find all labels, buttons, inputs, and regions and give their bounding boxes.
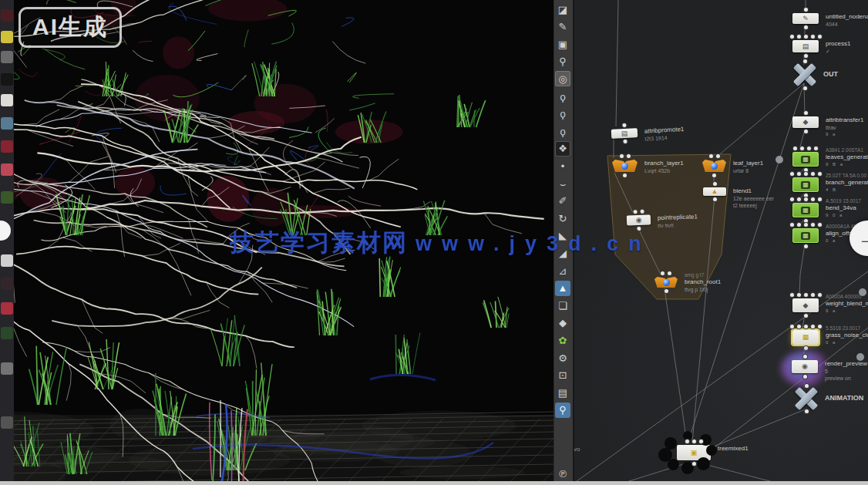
node-body[interactable]: ▲: [703, 187, 726, 196]
graph-node-b[interactable]: ◉pointreplicate1ttv ttvtt: [627, 214, 651, 225]
shelf-icon[interactable]: [1, 117, 13, 130]
input-connector[interactable]: [818, 325, 822, 328]
lock-icon[interactable]: ▣: [555, 36, 570, 52]
input-connector[interactable]: [797, 223, 801, 227]
input-connector[interactable]: [620, 154, 624, 158]
view-circle-icon[interactable]: ◎: [555, 71, 570, 86]
graph-node-rx2[interactable]: ANIMATION: [795, 389, 818, 408]
input-connector[interactable]: [804, 293, 808, 297]
input-connector[interactable]: [811, 223, 815, 227]
graph-node-ol[interactable]: branch_layer1Lvqrt 452b: [612, 160, 638, 172]
edit-pose-icon[interactable]: ✎: [555, 19, 570, 35]
output-connector[interactable]: [712, 173, 716, 177]
shelf-icon[interactable]: [1, 362, 13, 375]
graph-node-r5[interactable]: ◆A0000A 400000weight_blend_mm9 a: [792, 298, 819, 312]
output-connector[interactable]: [804, 346, 808, 350]
output-connector[interactable]: [713, 197, 717, 201]
point-icon[interactable]: •: [555, 158, 570, 173]
shelf-icon[interactable]: [1, 278, 13, 290]
shelf-icon[interactable]: [1, 302, 13, 315]
input-connector[interactable]: [804, 197, 808, 201]
graph-node-bn[interactable]: ▣treemixed1: [677, 445, 711, 460]
output-connector[interactable]: [623, 173, 627, 177]
input-connector[interactable]: [804, 111, 808, 115]
flower-icon[interactable]: ✿: [555, 332, 570, 348]
input-connector[interactable]: [811, 35, 815, 39]
graph-node-bl[interactable]: ▲blend112e aeeeeee eert2 teeeeej: [703, 187, 726, 196]
node-body[interactable]: ▦: [792, 177, 819, 192]
output-connector[interactable]: [804, 25, 808, 29]
node-body[interactable]: ◆: [792, 298, 819, 312]
geo-pin-icon[interactable]: ⚲: [555, 402, 570, 418]
shelf-icon[interactable]: [1, 191, 13, 204]
shelf-icon[interactable]: [1, 73, 13, 86]
rotate-icon[interactable]: ↻: [555, 211, 570, 226]
input-connector[interactable]: [807, 147, 811, 150]
node-body[interactable]: ▤: [792, 40, 819, 52]
input-connector[interactable]: [627, 154, 631, 158]
shelf-icon[interactable]: [1, 140, 13, 153]
input-connector[interactable]: [811, 197, 815, 201]
graph-node-r1[interactable]: ✎untitled_nodename14044: [792, 13, 819, 24]
input-connector[interactable]: [803, 355, 807, 359]
graph-node-g1[interactable]: ▦A3841 2.00STA1leaves_generate19 B a: [792, 152, 819, 167]
record-icon[interactable]: ⊡: [555, 368, 570, 383]
node-body[interactable]: ▤: [611, 128, 638, 139]
input-connector[interactable]: [790, 35, 794, 39]
input-connector[interactable]: [685, 440, 689, 443]
input-connector[interactable]: [797, 325, 801, 328]
input-connector[interactable]: [811, 293, 815, 297]
input-connector[interactable]: [633, 210, 637, 214]
shelf-icon[interactable]: [1, 163, 13, 176]
input-connector[interactable]: [818, 197, 822, 201]
graph-node-r4[interactable]: ◆attribtransfer1ttrav9 a: [792, 116, 819, 128]
input-connector[interactable]: [803, 59, 807, 63]
input-connector[interactable]: [818, 293, 822, 297]
input-connector[interactable]: [790, 223, 794, 227]
node-body[interactable]: ◉: [792, 360, 818, 373]
node-body[interactable]: ▦: [792, 203, 819, 217]
input-connector[interactable]: [804, 223, 808, 227]
diamond-icon[interactable]: ◆: [555, 315, 570, 331]
input-connector[interactable]: [709, 154, 713, 158]
draw-icon[interactable]: ✐: [555, 194, 570, 209]
input-connector[interactable]: [640, 210, 644, 214]
input-connector[interactable]: [811, 325, 815, 328]
input-connector[interactable]: [797, 197, 801, 201]
snap-icon[interactable]: ◪: [555, 2, 570, 17]
input-connector[interactable]: [713, 182, 717, 186]
clock-icon[interactable]: ℗: [555, 466, 570, 481]
bbox-icon[interactable]: ❏: [555, 298, 570, 313]
input-connector[interactable]: [790, 325, 794, 328]
graph-node-g4[interactable]: ▦A0000A1A 45align_offset0 a: [792, 228, 819, 243]
normals-icon[interactable]: ▲: [555, 281, 570, 296]
node-body[interactable]: [702, 160, 726, 172]
graph-node-a[interactable]: ▤attribpromote1t2t3 1914: [611, 128, 638, 139]
shelf-icon[interactable]: [1, 31, 13, 43]
light-1-icon[interactable]: ϙ: [555, 89, 570, 104]
graph-node-root[interactable]: amg g t7branch_root1ttvg p 1t0j: [654, 277, 678, 288]
input-connector[interactable]: [797, 172, 801, 176]
output-connector[interactable]: [804, 314, 808, 318]
graph-node-rx1[interactable]: OUT: [793, 65, 816, 85]
input-connector[interactable]: [790, 172, 794, 176]
curve-icon[interactable]: ⌣: [555, 176, 570, 191]
graph-node-g3[interactable]: ▦A.5019 15.0017bend_34va9 0 a: [792, 203, 819, 217]
input-connector[interactable]: [797, 35, 801, 39]
tool-icon[interactable]: ⚙: [555, 350, 570, 365]
shelf-icon[interactable]: [1, 51, 13, 63]
screen-icon[interactable]: ▤: [555, 385, 570, 400]
input-connector[interactable]: [804, 8, 808, 12]
output-connector[interactable]: [803, 375, 807, 379]
input-connector[interactable]: [692, 440, 696, 443]
input-connector[interactable]: [811, 172, 815, 176]
node-body[interactable]: ◉: [627, 214, 651, 225]
input-connector[interactable]: [661, 271, 664, 275]
measure-icon[interactable]: ⊿: [555, 263, 570, 278]
input-connector[interactable]: [814, 147, 818, 150]
output-connector[interactable]: [664, 289, 668, 293]
shelf-icon[interactable]: [1, 9, 13, 22]
node-body[interactable]: ▦: [792, 330, 819, 345]
input-connector[interactable]: [790, 197, 794, 201]
graph-node-or[interactable]: leaf_layer1urtar 8: [702, 160, 726, 172]
